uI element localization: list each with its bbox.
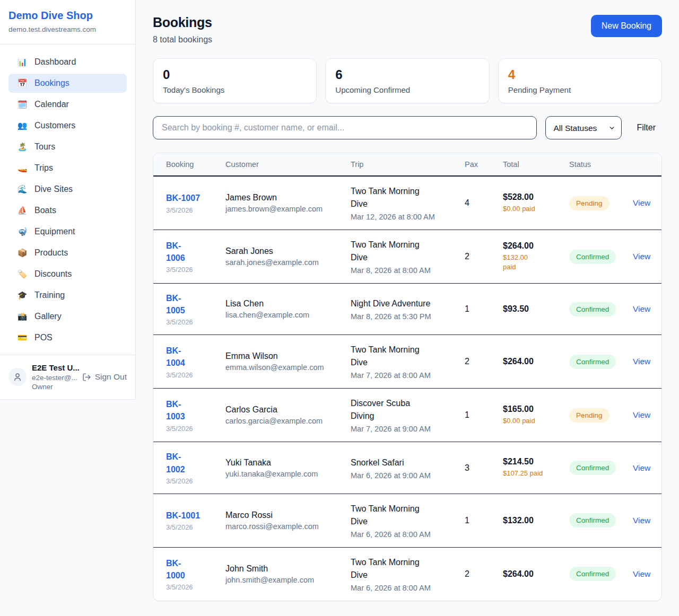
view-link[interactable]: View — [633, 569, 650, 578]
sidebar-item-tours[interactable]: 🏝️ Tours — [8, 137, 127, 156]
actions-cell: View — [633, 569, 661, 579]
booking-id-link[interactable]: BK-1007 — [166, 192, 225, 204]
status-badge: Confirmed — [569, 250, 616, 264]
bookings-table: Booking Customer Trip Pax Total Status B… — [153, 153, 662, 601]
view-link[interactable]: View — [633, 410, 650, 419]
sidebar-item-label: Dive Sites — [34, 184, 73, 194]
status-badge: Pending — [569, 196, 610, 210]
booking-date: 3/5/2026 — [166, 371, 225, 379]
customer-name: Carlos Garcia — [225, 405, 351, 415]
table-row: BK- 1004 3/5/2026 Emma Wilson emma.wilso… — [153, 335, 661, 389]
pos-icon: 💳 — [17, 333, 28, 342]
view-link[interactable]: View — [633, 252, 650, 261]
booking-id-link[interactable]: BK- 1005 — [166, 292, 225, 316]
booking-cell: BK- 1004 3/5/2026 — [153, 345, 225, 379]
stat-value: 6 — [335, 67, 479, 82]
sidebar-item-products[interactable]: 📦 Products — [8, 243, 127, 262]
equipment-icon: 🤿 — [17, 227, 28, 236]
booking-id-link[interactable]: BK-1001 — [166, 509, 225, 522]
stat-value: 0 — [163, 67, 307, 82]
shop-domain: demo.test.divestreams.com — [8, 25, 127, 33]
trip-cell: Two Tank Morning Dive Mar 8, 2026 at 8:0… — [351, 239, 465, 275]
status-filter-select[interactable]: All Statuses — [546, 117, 621, 139]
booking-cell: BK-1007 3/5/2026 — [153, 192, 225, 214]
actions-cell: View — [633, 357, 661, 366]
customer-cell: Emma Wilson emma.wilson@example.com — [225, 351, 351, 372]
actions-cell: View — [633, 252, 661, 261]
trip-datetime: Mar 6, 2026 at 8:00 AM — [351, 584, 465, 592]
main-content: Bookings 8 total bookings New Booking 0 … — [136, 0, 679, 616]
col-header-customer: Customer — [225, 160, 351, 169]
booking-id-link[interactable]: BK- 1000 — [166, 557, 225, 582]
customers-icon: 👥 — [17, 121, 28, 130]
view-link[interactable]: View — [633, 198, 650, 207]
booking-date: 3/5/2026 — [166, 318, 225, 326]
booking-cell: BK-1001 3/5/2026 — [153, 509, 225, 531]
sidebar-item-label: Calendar — [34, 100, 69, 109]
sidebar-item-trips[interactable]: 🚤 Trips — [8, 159, 127, 178]
sidebar-item-boats[interactable]: ⛵ Boats — [8, 201, 127, 220]
status-cell: Confirmed — [569, 355, 633, 369]
sidebar-item-pos[interactable]: 💳 POS — [8, 328, 127, 347]
booking-id-link[interactable]: BK- 1006 — [166, 240, 225, 264]
actions-cell: View — [633, 463, 661, 473]
sidebar-item-label: Bookings — [34, 78, 69, 88]
sidebar-item-customers[interactable]: 👥 Customers — [8, 116, 127, 135]
status-badge: Confirmed — [569, 461, 616, 475]
status-cell: Confirmed — [569, 513, 633, 527]
sidebar-item-label: Boats — [34, 206, 56, 215]
table-body: BK-1007 3/5/2026 James Brown james.brown… — [153, 177, 661, 601]
customer-name: Marco Rossi — [225, 511, 351, 520]
search-input[interactable] — [153, 116, 537, 139]
sidebar-item-training[interactable]: 🎓 Training — [8, 286, 127, 305]
user-email: e2e-tester@... — [32, 373, 77, 383]
sidebar-item-gallery[interactable]: 📸 Gallery — [8, 307, 127, 326]
page-subtitle: 8 total bookings — [153, 35, 212, 45]
status-badge: Pending — [569, 408, 610, 423]
sidebar-item-label: Discounts — [34, 269, 72, 279]
table-row: BK-1001 3/5/2026 Marco Rossi marco.rossi… — [153, 494, 661, 548]
sidebar-item-label: Dashboard — [34, 57, 76, 67]
sidebar-item-discounts[interactable]: 🏷️ Discounts — [8, 265, 127, 284]
customer-email: james.brown@example.com — [225, 205, 351, 213]
trip-datetime: Mar 6, 2026 at 8:00 AM — [351, 530, 465, 539]
sidebar-nav: 📊 Dashboard 📅 Bookings 🗓️ Calendar 👥 Cus… — [0, 45, 135, 355]
status-badge: Confirmed — [569, 513, 616, 527]
trip-datetime: Mar 8, 2026 at 8:00 AM — [351, 266, 465, 275]
pax-cell: 1 — [465, 516, 503, 525]
status-badge: Confirmed — [569, 567, 616, 581]
sidebar-item-label: Equipment — [34, 227, 75, 236]
col-header-trip: Trip — [351, 160, 465, 169]
sidebar-item-dashboard[interactable]: 📊 Dashboard — [8, 52, 127, 72]
sidebar: Demo Dive Shop demo.test.divestreams.com… — [0, 0, 136, 400]
customer-email: sarah.jones@example.com — [225, 258, 351, 267]
sign-out-button[interactable]: Sign Out — [82, 372, 127, 382]
user-name: E2E Test U... — [32, 363, 77, 373]
booking-id-link[interactable]: BK- 1004 — [166, 345, 225, 369]
booking-date: 3/5/2026 — [166, 206, 225, 214]
trip-name: Two Tank Morning Dive — [351, 344, 465, 369]
view-link[interactable]: View — [633, 516, 650, 525]
col-header-total: Total — [503, 160, 569, 169]
sidebar-item-equipment[interactable]: 🤿 Equipment — [8, 222, 127, 241]
view-link[interactable]: View — [633, 304, 650, 313]
bookings-icon: 📅 — [17, 78, 28, 88]
trip-name: Night Dive Adventure — [351, 297, 465, 310]
booking-id-link[interactable]: BK- 1003 — [166, 398, 225, 423]
sidebar-item-bookings[interactable]: 📅 Bookings — [8, 74, 127, 93]
customer-cell: Sarah Jones sarah.jones@example.com — [225, 247, 351, 267]
view-link[interactable]: View — [633, 463, 650, 472]
sidebar-item-dive-sites[interactable]: 🌊 Dive Sites — [8, 180, 127, 199]
new-booking-button[interactable]: New Booking — [591, 15, 662, 37]
stat-card-pending-payment: 4 Pending Payment — [498, 58, 662, 103]
sidebar-item-calendar[interactable]: 🗓️ Calendar — [8, 95, 127, 114]
total-amount: $528.00 — [503, 192, 569, 202]
view-link[interactable]: View — [633, 357, 650, 366]
trip-cell: Two Tank Morning Dive Mar 7, 2026 at 8:0… — [351, 344, 465, 380]
booking-id-link[interactable]: BK- 1002 — [166, 451, 225, 475]
tours-icon: 🏝️ — [17, 142, 28, 152]
total-cell: $132.00 — [503, 516, 569, 525]
filter-button[interactable]: Filter — [630, 123, 662, 133]
products-icon: 📦 — [17, 248, 28, 258]
trip-name: Snorkel Safari — [351, 456, 465, 469]
